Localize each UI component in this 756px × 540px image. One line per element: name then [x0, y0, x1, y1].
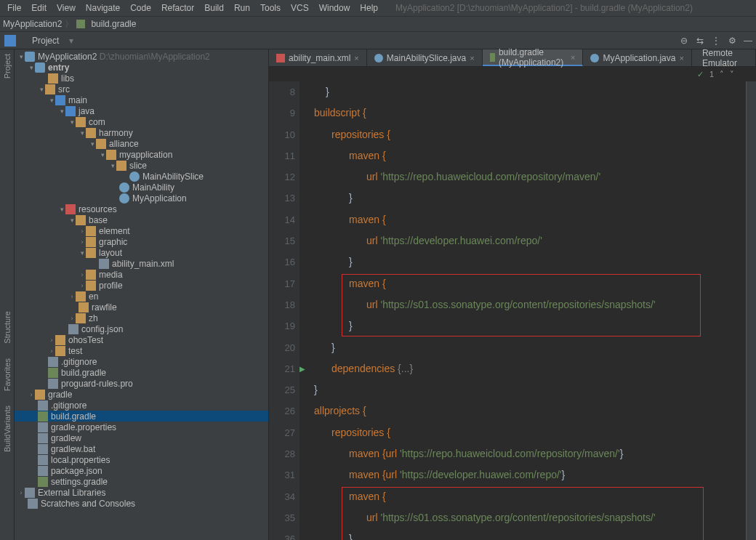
- tree-libs[interactable]: libs: [15, 73, 268, 84]
- tab-remote-emulator[interactable]: Remote Emulator: [692, 49, 756, 66]
- tab-build-gradle[interactable]: build.gradle (MyApplication2)×: [483, 49, 584, 66]
- tree-gradlew[interactable]: gradlew: [15, 432, 268, 443]
- close-icon[interactable]: ×: [354, 54, 358, 63]
- tree-en[interactable]: ›en: [15, 291, 268, 302]
- crumb-file[interactable]: build.gradle: [91, 19, 136, 29]
- tree-zh[interactable]: ›zh: [15, 313, 268, 323]
- tree-gitignore[interactable]: .gitignore: [15, 400, 268, 411]
- project-dropdown-icon[interactable]: ▾: [66, 36, 76, 46]
- gradle-icon: [76, 20, 85, 28]
- gradle-icon: [490, 53, 495, 62]
- menu-code[interactable]: Code: [126, 1, 156, 15]
- project-view-icon: [4, 35, 16, 47]
- close-icon[interactable]: ×: [470, 54, 474, 63]
- editor-right-strip: [746, 81, 756, 540]
- gear-icon[interactable]: ⚙: [725, 33, 739, 48]
- tree-root[interactable]: ▾MyApplication2 D:\zhuomian\MyApplicatio…: [15, 51, 268, 62]
- menubar: File Edit View Navigate Code Refactor Bu…: [0, 0, 756, 16]
- project-label[interactable]: Project: [16, 36, 66, 46]
- tree-graphic[interactable]: ›graphic: [15, 236, 268, 247]
- tree-main[interactable]: ▾main: [15, 94, 268, 105]
- status-num: 1: [709, 70, 714, 78]
- tree-gradle-properties[interactable]: gradle.properties: [15, 422, 268, 432]
- tree-myapplication[interactable]: ▾myapplication: [15, 149, 268, 160]
- menu-vcs[interactable]: VCS: [286, 1, 313, 15]
- tree-rawfile[interactable]: rawfile: [15, 302, 268, 313]
- tree-config-json[interactable]: config.json: [15, 323, 268, 334]
- menu-build[interactable]: Build: [200, 1, 228, 15]
- tab-myapplication[interactable]: MyApplication.java×: [583, 49, 692, 66]
- tree-build-gradle[interactable]: build.gradle: [15, 411, 268, 422]
- tree-main-ability[interactable]: MainAbility: [15, 182, 268, 193]
- breadcrumb-bar: MyApplication2 〉 build.gradle: [0, 16, 756, 32]
- collapse-icon[interactable]: ⇆: [693, 33, 707, 48]
- tree-proguard[interactable]: proguard-rules.pro: [15, 378, 268, 389]
- gutter: 891011 12131415 16171819 20212526 272831…: [269, 81, 299, 540]
- locate-icon[interactable]: ⊖: [677, 33, 691, 48]
- tree-settings-gradle[interactable]: settings.gradle: [15, 476, 268, 487]
- xml-icon: [276, 54, 285, 63]
- menu-help[interactable]: Help: [355, 1, 382, 15]
- tree-resources[interactable]: ▾resources: [15, 203, 268, 214]
- tree-ohostest[interactable]: ›ohosTest: [15, 334, 268, 345]
- tree-media[interactable]: ›media: [15, 269, 268, 280]
- strip-favorites[interactable]: Favorites: [3, 358, 12, 391]
- editor-tabs: ability_main.xml× MainAbilitySlice.java×…: [269, 49, 756, 67]
- menu-window[interactable]: Window: [315, 1, 355, 15]
- tree-layout[interactable]: ▾layout: [15, 247, 268, 258]
- project-toolbar: Project ▾ ⊖ ⇆ ⋮ ⚙ —: [0, 32, 756, 49]
- close-icon[interactable]: ×: [571, 53, 575, 62]
- tree-external-libs[interactable]: ›External Libraries: [15, 487, 268, 498]
- menu-run[interactable]: Run: [230, 1, 254, 15]
- close-icon[interactable]: ×: [679, 54, 683, 63]
- strip-structure[interactable]: Structure: [3, 311, 12, 344]
- window-title: MyApplication2 [D:\zhuomian\MyApplicatio…: [391, 1, 697, 15]
- tree-entry[interactable]: ▾entry: [15, 62, 268, 73]
- tree-package-json[interactable]: package.json: [15, 465, 268, 476]
- chevron-up-icon[interactable]: ˄: [720, 70, 724, 79]
- check-icon: ✓: [697, 70, 704, 79]
- chevron-down-icon[interactable]: ˅: [730, 70, 734, 79]
- tree-main-ability-slice[interactable]: MainAbilitySlice: [15, 171, 268, 182]
- menu-view[interactable]: View: [52, 1, 80, 15]
- left-tool-strip: Project Structure Favorites BuildVariant…: [0, 49, 15, 540]
- strip-build-variants[interactable]: BuildVariants: [3, 406, 12, 452]
- menu-tools[interactable]: Tools: [256, 1, 285, 15]
- editor-status: ✓ 1 ˄ ˅: [269, 67, 756, 81]
- project-tree[interactable]: ▾MyApplication2 D:\zhuomian\MyApplicatio…: [15, 49, 269, 540]
- tree-scratches[interactable]: Scratches and Consoles: [15, 498, 268, 509]
- code-content[interactable]: } buildscript { repositories { maven { u…: [299, 81, 746, 540]
- hide-icon[interactable]: —: [741, 33, 755, 48]
- tree-test[interactable]: ›test: [15, 345, 268, 356]
- menu-file[interactable]: File: [3, 1, 25, 15]
- tree-java[interactable]: ▾java: [15, 105, 268, 116]
- tree-ability-main-xml[interactable]: ability_main.xml: [15, 258, 268, 269]
- tree-slice[interactable]: ▾slice: [15, 160, 268, 171]
- crumb-project[interactable]: MyApplication2: [3, 19, 62, 29]
- tree-harmony[interactable]: ▾harmony: [15, 127, 268, 138]
- menu-refactor[interactable]: Refactor: [157, 1, 198, 15]
- tree-element[interactable]: ›element: [15, 225, 268, 236]
- tree-local-properties[interactable]: local.properties: [15, 454, 268, 465]
- menu-navigate[interactable]: Navigate: [81, 1, 124, 15]
- tree-gradle-folder[interactable]: ›gradle: [15, 389, 268, 400]
- tree-alliance[interactable]: ▾alliance: [15, 138, 268, 149]
- strip-project[interactable]: Project: [3, 54, 12, 78]
- tree-build-gradle-entry[interactable]: build.gradle: [15, 367, 268, 378]
- tree-gitignore-entry[interactable]: .gitignore: [15, 356, 268, 367]
- java-icon: [374, 54, 383, 63]
- tab-ability-main[interactable]: ability_main.xml×: [269, 49, 367, 66]
- java-icon: [590, 54, 599, 63]
- tree-src[interactable]: ▾src: [15, 84, 268, 94]
- tree-myapplication-java[interactable]: MyApplication: [15, 193, 268, 203]
- menu-edit[interactable]: Edit: [27, 1, 51, 15]
- tree-gradlew-bat[interactable]: gradlew.bat: [15, 443, 268, 454]
- tree-com[interactable]: ▾com: [15, 116, 268, 127]
- expand-icon[interactable]: ⋮: [709, 33, 723, 48]
- tree-profile[interactable]: ›profile: [15, 280, 268, 291]
- code-editor[interactable]: 891011 12131415 16171819 20212526 272831…: [269, 81, 756, 540]
- tree-base[interactable]: ▾base: [15, 214, 268, 225]
- crumb-separator: 〉: [65, 18, 73, 31]
- tab-main-ability-slice[interactable]: MainAbilitySlice.java×: [367, 49, 483, 66]
